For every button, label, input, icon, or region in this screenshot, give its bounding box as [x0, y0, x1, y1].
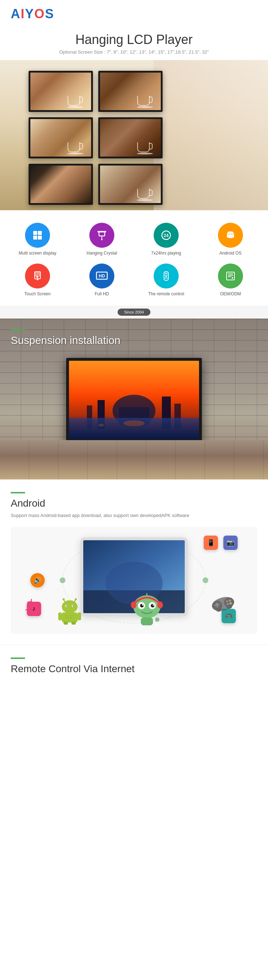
- tv-content-svg: [69, 361, 199, 439]
- svg-point-72: [142, 604, 143, 606]
- svg-point-25: [165, 276, 167, 277]
- svg-rect-28: [227, 272, 235, 280]
- feature-touch-screen: Touch Screen: [7, 264, 68, 297]
- svg-rect-37: [87, 406, 92, 429]
- svg-point-59: [73, 605, 74, 606]
- android-section: Android Support mass Android-based app d…: [0, 479, 268, 644]
- android-title: Android: [11, 498, 257, 509]
- touch-screen-label: Touch Screen: [24, 291, 51, 297]
- remote-title: Remote Control Via Internet: [11, 663, 257, 675]
- apps-icon: 📱: [204, 536, 218, 550]
- suspension-section: Suspension installation: [0, 318, 268, 479]
- since-badge: Since 2004: [117, 309, 150, 316]
- svg-point-71: [151, 604, 154, 608]
- feature-multi-screen: Multi screen display: [7, 223, 68, 256]
- svg-rect-35: [98, 400, 105, 429]
- svg-point-20: [37, 279, 38, 280]
- cup-decoration-1: [68, 96, 80, 106]
- svg-point-44: [60, 578, 65, 583]
- feature-android-os: Android OS: [200, 223, 261, 256]
- lcd-screen-6: [100, 165, 161, 203]
- svg-point-41: [98, 424, 104, 426]
- lcd-grid: [29, 71, 163, 205]
- hero-section: Hanging LCD Player Optional Screen Size …: [0, 25, 268, 55]
- feature-playing: 24 7x24hrs playing: [136, 223, 197, 256]
- remote-accent-bar: [11, 657, 25, 659]
- svg-point-17: [232, 234, 233, 235]
- hero-subtitle: Optional Screen Size : 7", 8", 10", 12",…: [11, 49, 257, 55]
- svg-point-53: [62, 598, 65, 600]
- hanging-crystal-label: Hanging Crystal: [86, 251, 117, 256]
- logo-letter-y: Y: [25, 6, 34, 21]
- svg-rect-11: [228, 235, 233, 238]
- svg-rect-34: [119, 407, 149, 425]
- remote-control-icon: [154, 264, 179, 288]
- logo-letter-s: S: [45, 6, 54, 21]
- svg-point-75: [157, 601, 163, 609]
- svg-rect-64: [71, 622, 76, 625]
- svg-point-74: [131, 601, 136, 609]
- lcd-screen-1: [30, 73, 91, 110]
- svg-text:HD: HD: [98, 274, 105, 278]
- room-wall-right: [154, 60, 268, 210]
- feature-full-hd: HD Full HD: [71, 264, 132, 297]
- oem-odm-icon: [218, 264, 243, 288]
- logo-text: AIYOS: [11, 6, 54, 21]
- music-note-svg: [24, 598, 35, 611]
- svg-rect-0: [33, 231, 37, 235]
- svg-point-33: [113, 395, 155, 427]
- svg-rect-1: [38, 231, 42, 235]
- svg-rect-63: [63, 622, 68, 625]
- product-image-area: [0, 60, 268, 210]
- cup-saucer-6: [137, 199, 153, 201]
- lcd-frame-3: [29, 117, 93, 158]
- svg-rect-39: [69, 418, 199, 439]
- lcd-frame-2: [98, 71, 163, 112]
- svg-rect-60: [62, 612, 78, 622]
- suspension-title-area: Suspension installation: [11, 329, 121, 347]
- android-visual: 📱 📷 🔊 ♪ 🎮: [11, 527, 257, 634]
- suspension-accent-bar: [11, 329, 25, 331]
- svg-point-58: [67, 605, 68, 606]
- speaker-icon: 🔊: [30, 573, 45, 587]
- floor-area: [0, 440, 268, 479]
- cup-saucer-3: [67, 153, 83, 154]
- lcd-frame-5: [29, 164, 93, 205]
- cup-decoration-2: [137, 96, 150, 106]
- camera-icon: 📷: [224, 536, 238, 550]
- lcd-screen-3: [30, 119, 91, 157]
- svg-point-7: [101, 239, 103, 240]
- tv-display: [66, 358, 202, 442]
- logo-letter-i: I: [21, 6, 25, 21]
- svg-rect-24: [165, 273, 167, 274]
- cup-saucer-4: [137, 153, 153, 154]
- svg-rect-12: [227, 235, 228, 238]
- svg-point-73: [152, 604, 154, 606]
- svg-point-40: [123, 420, 145, 426]
- svg-point-54: [75, 598, 77, 600]
- remote-section: Remote Control Via Internet: [0, 644, 268, 688]
- remote-control-label: The remote control: [148, 291, 184, 297]
- feature-hanging-crystal: Hanging Crystal: [71, 223, 132, 256]
- svg-point-55: [62, 600, 78, 613]
- android-os-label: Android OS: [219, 251, 241, 256]
- touch-screen-icon: [25, 264, 50, 288]
- cup-decoration-6: [137, 189, 150, 199]
- svg-point-45: [203, 578, 208, 583]
- features-section: Multi screen display Hanging Crystal 24: [0, 210, 268, 306]
- android-description: Support mass Android-based app download,…: [11, 512, 257, 520]
- alien-mascot-svg: [131, 593, 163, 629]
- floor-planks: [0, 440, 268, 479]
- svg-rect-3: [38, 235, 42, 240]
- android-os-icon: [218, 223, 243, 248]
- cup-saucer-1: [67, 106, 83, 108]
- logo: AIYOS: [11, 6, 257, 21]
- playing-label: 7x24hrs playing: [151, 251, 181, 256]
- cup-decoration-3: [68, 142, 80, 152]
- tv-screen: [69, 361, 199, 439]
- lcd-frame-6: [98, 164, 163, 205]
- alien-mascot: [131, 593, 163, 630]
- since-badge-area: Since 2004: [0, 306, 268, 318]
- svg-rect-32: [69, 361, 199, 439]
- features-grid: Multi screen display Hanging Crystal 24: [7, 223, 261, 297]
